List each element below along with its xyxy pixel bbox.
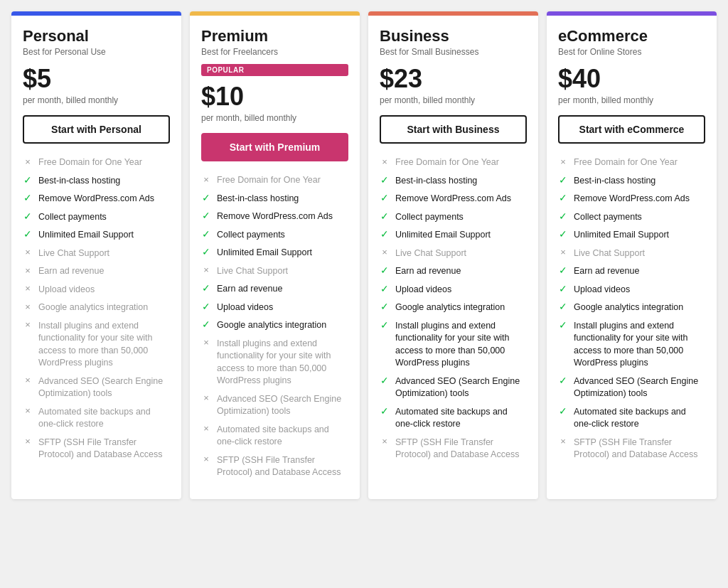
plan-tagline-personal: Best for Personal Use bbox=[23, 47, 170, 57]
list-item: ✓Upload videos bbox=[558, 284, 705, 296]
plan-billing-ecommerce: per month, billed monthly bbox=[558, 95, 705, 105]
plan-billing-business: per month, billed monthly bbox=[380, 95, 527, 105]
cross-icon: × bbox=[558, 157, 568, 167]
check-icon: ✓ bbox=[380, 212, 390, 222]
feature-text: Live Chat Support bbox=[217, 265, 288, 278]
list-item: ×Install plugins and extend functionalit… bbox=[201, 338, 348, 387]
list-item: ×Advanced SEO (Search Engine Optimizatio… bbox=[201, 393, 348, 418]
feature-text: Google analytics integration bbox=[217, 319, 326, 332]
cross-icon: × bbox=[23, 248, 33, 258]
cross-icon: × bbox=[201, 424, 211, 434]
list-item: ✓Advanced SEO (Search Engine Optimizatio… bbox=[558, 375, 705, 400]
feature-text: Free Domain for One Year bbox=[217, 174, 321, 187]
feature-text: Best-in-class hosting bbox=[395, 175, 477, 188]
list-item: ✓Automated site backups and one-click re… bbox=[558, 406, 705, 431]
cross-icon: × bbox=[201, 175, 211, 185]
feature-text: Advanced SEO (Search Engine Optimization… bbox=[574, 375, 705, 400]
feature-text: Best-in-class hosting bbox=[217, 193, 299, 205]
check-icon: ✓ bbox=[201, 230, 211, 240]
list-item: ✓Earn ad revenue bbox=[380, 265, 527, 278]
list-item: ×Automated site backups and one-click re… bbox=[23, 406, 170, 431]
list-item: ×Live Chat Support bbox=[201, 265, 348, 278]
feature-text: Remove WordPress.com Ads bbox=[574, 193, 690, 205]
check-icon: ✓ bbox=[380, 376, 390, 386]
list-item: ×SFTP (SSH File Transfer Protocol) and D… bbox=[380, 437, 527, 461]
feature-text: Advanced SEO (Search Engine Optimization… bbox=[395, 375, 527, 400]
feature-text: Remove WordPress.com Ads bbox=[38, 193, 154, 205]
cross-icon: × bbox=[23, 321, 33, 331]
check-icon: ✓ bbox=[558, 407, 568, 417]
list-item: ×SFTP (SSH File Transfer Protocol) and D… bbox=[558, 437, 705, 461]
check-icon: ✓ bbox=[201, 211, 211, 221]
cross-icon: × bbox=[380, 437, 390, 447]
list-item: ✓Google analytics integration bbox=[380, 301, 527, 314]
cross-icon: × bbox=[201, 455, 211, 465]
check-icon: ✓ bbox=[380, 266, 390, 276]
feature-text: Upload videos bbox=[574, 284, 630, 296]
cross-icon: × bbox=[23, 302, 33, 312]
plan-cta-ecommerce[interactable]: Start with eCommerce bbox=[558, 115, 705, 144]
plan-price-business: $23 bbox=[380, 64, 527, 94]
list-item: ×Earn ad revenue bbox=[23, 265, 170, 278]
feature-text: Best-in-class hosting bbox=[38, 175, 120, 188]
feature-text: Earn ad revenue bbox=[395, 265, 461, 278]
check-icon: ✓ bbox=[558, 284, 568, 294]
list-item: ×SFTP (SSH File Transfer Protocol) and D… bbox=[201, 454, 348, 479]
feature-text: Unlimited Email Support bbox=[38, 229, 134, 242]
list-item: ×Free Domain for One Year bbox=[380, 156, 527, 169]
plan-name-personal: Personal bbox=[23, 27, 170, 46]
feature-text: Advanced SEO (Search Engine Optimization… bbox=[38, 375, 170, 400]
feature-text: Earn ad revenue bbox=[38, 265, 104, 278]
plan-body-business: BusinessBest for Small Businesses$23per … bbox=[368, 16, 538, 499]
check-icon: ✓ bbox=[201, 247, 211, 257]
list-item: ×Live Chat Support bbox=[558, 247, 705, 260]
feature-text: Live Chat Support bbox=[395, 247, 466, 260]
feature-text: Install plugins and extend functionality… bbox=[38, 320, 170, 370]
list-item: ✓Collect payments bbox=[23, 211, 170, 224]
feature-text: Free Domain for One Year bbox=[574, 156, 678, 169]
list-item: ×Advanced SEO (Search Engine Optimizatio… bbox=[23, 375, 170, 400]
plan-tagline-premium: Best for Freelancers bbox=[201, 47, 348, 57]
plan-billing-personal: per month, billed monthly bbox=[23, 95, 170, 105]
list-item: ×Free Domain for One Year bbox=[23, 156, 170, 169]
plan-cta-personal[interactable]: Start with Personal bbox=[23, 115, 170, 144]
plan-cta-business[interactable]: Start with Business bbox=[380, 115, 527, 144]
list-item: ×SFTP (SSH File Transfer Protocol) and D… bbox=[23, 437, 170, 461]
features-list-premium: ×Free Domain for One Year✓Best-in-class … bbox=[201, 174, 348, 485]
cross-icon: × bbox=[380, 248, 390, 258]
cross-icon: × bbox=[201, 266, 211, 276]
cross-icon: × bbox=[201, 338, 211, 348]
cross-icon: × bbox=[558, 248, 568, 258]
list-item: ✓Advanced SEO (Search Engine Optimizatio… bbox=[380, 375, 527, 400]
feature-text: SFTP (SSH File Transfer Protocol) and Da… bbox=[395, 437, 527, 461]
list-item: ×Google analytics integration bbox=[23, 301, 170, 314]
check-icon: ✓ bbox=[558, 321, 568, 331]
feature-text: Collect payments bbox=[217, 229, 285, 242]
plan-card-business: BusinessBest for Small Businesses$23per … bbox=[368, 11, 538, 499]
list-item: ✓Best-in-class hosting bbox=[23, 175, 170, 188]
feature-text: Upload videos bbox=[38, 284, 95, 296]
list-item: ×Upload videos bbox=[23, 284, 170, 296]
feature-text: Upload videos bbox=[217, 301, 273, 314]
pricing-grid: PersonalBest for Personal Use$5per month… bbox=[11, 11, 717, 499]
list-item: ✓Install plugins and extend functionalit… bbox=[558, 320, 705, 370]
list-item: ✓Remove WordPress.com Ads bbox=[201, 210, 348, 223]
feature-text: Best-in-class hosting bbox=[574, 175, 655, 188]
check-icon: ✓ bbox=[380, 284, 390, 294]
features-list-personal: ×Free Domain for One Year✓Best-in-class … bbox=[23, 156, 170, 485]
plan-cta-premium[interactable]: Start with Premium bbox=[201, 133, 348, 161]
feature-text: Automated site backups and one-click res… bbox=[217, 424, 348, 449]
feature-text: SFTP (SSH File Transfer Protocol) and Da… bbox=[217, 454, 348, 479]
plan-card-premium: PremiumBest for FreelancersPOPULAR$10per… bbox=[190, 11, 360, 499]
feature-text: Collect payments bbox=[574, 211, 642, 224]
list-item: ✓Unlimited Email Support bbox=[558, 229, 705, 242]
check-icon: ✓ bbox=[558, 266, 568, 276]
list-item: ✓Collect payments bbox=[558, 211, 705, 224]
list-item: ✓Best-in-class hosting bbox=[380, 175, 527, 188]
check-icon: ✓ bbox=[201, 302, 211, 312]
feature-text: Live Chat Support bbox=[574, 247, 645, 260]
check-icon: ✓ bbox=[201, 320, 211, 330]
feature-text: Install plugins and extend functionality… bbox=[574, 320, 705, 370]
feature-text: Collect payments bbox=[395, 211, 464, 224]
list-item: ✓Best-in-class hosting bbox=[558, 175, 705, 188]
